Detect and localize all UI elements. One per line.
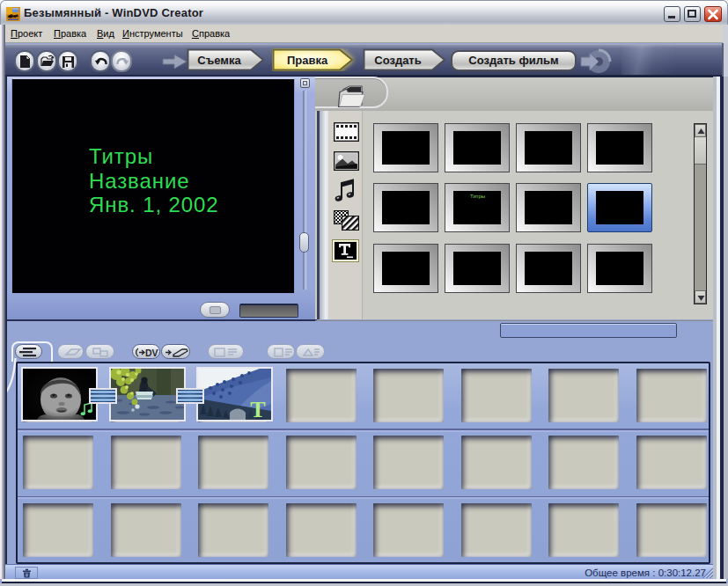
svg-text:Создать: Создать <box>374 54 421 67</box>
svg-text:Съемка: Съемка <box>197 54 241 67</box>
svg-text:Правка: Правка <box>287 54 328 67</box>
svg-text:DV: DV <box>145 348 158 358</box>
svg-text:T: T <box>250 397 265 420</box>
